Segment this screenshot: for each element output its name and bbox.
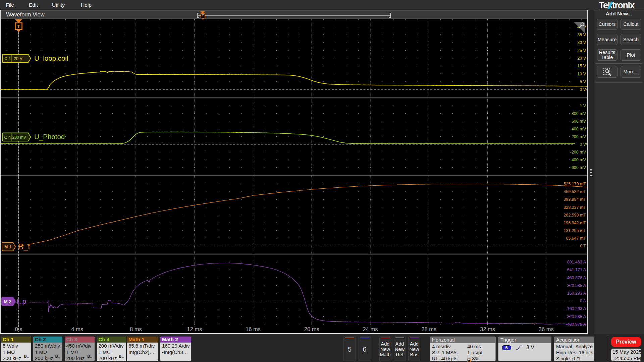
svg-text:0 A: 0 A bbox=[580, 299, 586, 303]
svg-text:262.590 mT: 262.590 mT bbox=[564, 213, 586, 218]
svg-text:641.171 A: 641.171 A bbox=[567, 267, 586, 272]
svg-text:0 V: 0 V bbox=[580, 87, 586, 92]
svg-text:800 mV: 800 mV bbox=[572, 111, 586, 116]
svg-text:M 1: M 1 bbox=[4, 245, 11, 249]
svg-text:8 ms: 8 ms bbox=[130, 326, 142, 332]
svg-text:I_p: I_p bbox=[17, 298, 26, 305]
svg-text:16 ms: 16 ms bbox=[246, 326, 261, 332]
svg-text:12 ms: 12 ms bbox=[187, 326, 202, 332]
svg-text:20 ms: 20 ms bbox=[304, 326, 319, 332]
svg-text:480.878 A: 480.878 A bbox=[567, 276, 586, 280]
svg-text:-200 mV: -200 mV bbox=[570, 150, 586, 155]
svg-text:32 ms: 32 ms bbox=[480, 326, 495, 332]
svg-text:36 ms: 36 ms bbox=[539, 326, 554, 332]
svg-text:0 V: 0 V bbox=[580, 142, 586, 147]
svg-text:-600 mV: -600 mV bbox=[570, 165, 586, 170]
svg-text:20 V: 20 V bbox=[14, 56, 22, 61]
svg-text:25 V: 25 V bbox=[577, 48, 586, 53]
svg-text:328.237 mT: 328.237 mT bbox=[564, 205, 586, 210]
svg-text:459.532 mT: 459.532 mT bbox=[564, 189, 586, 194]
svg-text:-320.585 A: -320.585 A bbox=[566, 314, 586, 319]
svg-text:320.585 A: 320.585 A bbox=[567, 283, 586, 288]
svg-text:400 mV: 400 mV bbox=[572, 127, 586, 131]
svg-text:24 ms: 24 ms bbox=[363, 326, 378, 332]
svg-text:30 V: 30 V bbox=[577, 40, 586, 45]
svg-text:525.179 mT: 525.179 mT bbox=[564, 182, 586, 186]
svg-text:C 1: C 1 bbox=[4, 56, 11, 61]
svg-text:M 2: M 2 bbox=[4, 300, 11, 304]
svg-text:200 mV: 200 mV bbox=[12, 135, 26, 140]
svg-text:-400 mV: -400 mV bbox=[570, 158, 586, 162]
svg-text:0 T: 0 T bbox=[580, 244, 586, 248]
svg-text:200 mV: 200 mV bbox=[572, 134, 586, 139]
svg-text:-480.878 A: -480.878 A bbox=[566, 322, 586, 327]
svg-text:35 V: 35 V bbox=[577, 33, 586, 37]
svg-text:20 V: 20 V bbox=[577, 56, 586, 61]
svg-text:C 4: C 4 bbox=[4, 135, 11, 140]
svg-text:B_t: B_t bbox=[18, 242, 30, 251]
svg-text:U_loop,coil: U_loop,coil bbox=[34, 54, 68, 62]
svg-text:T: T bbox=[17, 24, 20, 29]
svg-text:15 V: 15 V bbox=[577, 64, 586, 68]
svg-text:160.293 A: 160.293 A bbox=[567, 291, 586, 296]
svg-text:801.463 A: 801.463 A bbox=[567, 260, 586, 264]
svg-text:393.884 mT: 393.884 mT bbox=[564, 197, 586, 202]
svg-text:4 ms: 4 ms bbox=[71, 326, 83, 332]
svg-text:10 V: 10 V bbox=[577, 72, 586, 76]
svg-text:196.942 mT: 196.942 mT bbox=[564, 221, 586, 225]
svg-text:600 mV: 600 mV bbox=[572, 119, 586, 124]
svg-text:0 s: 0 s bbox=[15, 326, 22, 332]
svg-text:28 ms: 28 ms bbox=[421, 326, 436, 332]
svg-text:131.295 mT: 131.295 mT bbox=[564, 228, 586, 233]
svg-text:U_Photod: U_Photod bbox=[34, 133, 65, 141]
svg-text:1 V: 1 V bbox=[580, 104, 586, 108]
svg-text:-160.293 A: -160.293 A bbox=[566, 306, 586, 311]
svg-text:65.647 mT: 65.647 mT bbox=[566, 236, 586, 241]
svg-text:5 V: 5 V bbox=[580, 79, 586, 84]
